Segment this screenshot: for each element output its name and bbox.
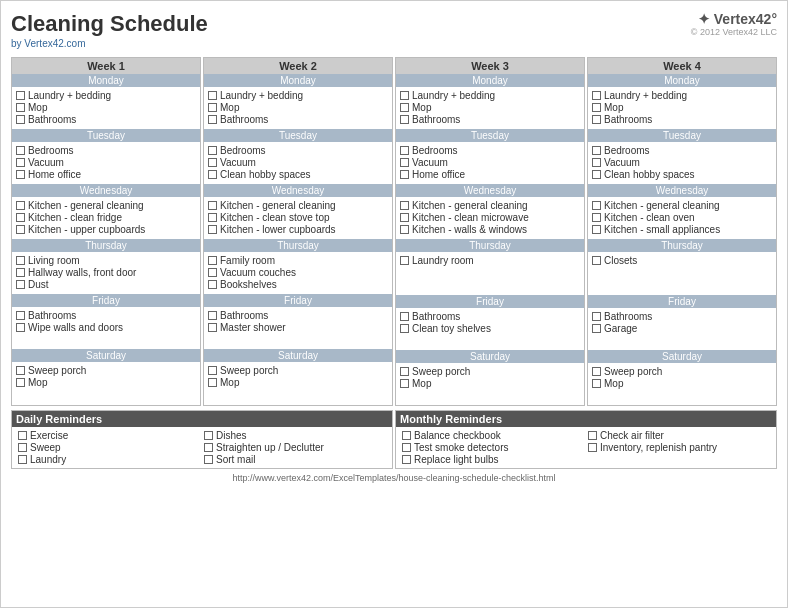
checkbox[interactable] bbox=[592, 91, 601, 100]
checkbox[interactable] bbox=[592, 256, 601, 265]
list-item: Bathrooms bbox=[208, 310, 388, 321]
checkbox[interactable] bbox=[208, 366, 217, 375]
item-label: Kitchen - clean fridge bbox=[28, 212, 122, 223]
checkbox[interactable] bbox=[208, 268, 217, 277]
item-label: Mop bbox=[220, 377, 239, 388]
checkbox[interactable] bbox=[592, 213, 601, 222]
list-item: Kitchen - general cleaning bbox=[592, 200, 772, 211]
checkbox[interactable] bbox=[18, 455, 27, 464]
week-3-day-3-section: WednesdayKitchen - general cleaningKitch… bbox=[396, 184, 584, 239]
checkbox[interactable] bbox=[592, 170, 601, 179]
checkbox[interactable] bbox=[208, 201, 217, 210]
checkbox[interactable] bbox=[592, 103, 601, 112]
item-label: Closets bbox=[604, 255, 637, 266]
checkbox[interactable] bbox=[204, 431, 213, 440]
list-item: Vacuum bbox=[400, 157, 580, 168]
checkbox[interactable] bbox=[592, 379, 601, 388]
checkbox[interactable] bbox=[18, 431, 27, 440]
checkbox[interactable] bbox=[16, 115, 25, 124]
week-3-day-6-items: Sweep porchMop bbox=[396, 363, 584, 405]
checkbox[interactable] bbox=[16, 158, 25, 167]
checkbox[interactable] bbox=[16, 366, 25, 375]
checkbox[interactable] bbox=[208, 103, 217, 112]
item-label: Straighten up / Declutter bbox=[216, 442, 324, 453]
item-label: Clean toy shelves bbox=[412, 323, 491, 334]
checkbox[interactable] bbox=[208, 280, 217, 289]
checkbox[interactable] bbox=[402, 455, 411, 464]
checkbox[interactable] bbox=[16, 103, 25, 112]
subtitle-link[interactable]: by Vertex42.com bbox=[11, 38, 85, 49]
item-label: Mop bbox=[604, 102, 623, 113]
week-3-day-3-header: Wednesday bbox=[396, 184, 584, 197]
checkbox[interactable] bbox=[592, 225, 601, 234]
checkbox[interactable] bbox=[402, 431, 411, 440]
checkbox[interactable] bbox=[16, 311, 25, 320]
checkbox[interactable] bbox=[400, 103, 409, 112]
checkbox[interactable] bbox=[592, 146, 601, 155]
checkbox[interactable] bbox=[400, 379, 409, 388]
checkbox[interactable] bbox=[592, 367, 601, 376]
checkbox[interactable] bbox=[16, 91, 25, 100]
checkbox[interactable] bbox=[400, 146, 409, 155]
checkbox[interactable] bbox=[208, 158, 217, 167]
item-label: Clean hobby spaces bbox=[604, 169, 695, 180]
list-item: Mop bbox=[592, 102, 772, 113]
checkbox[interactable] bbox=[400, 225, 409, 234]
checkbox[interactable] bbox=[592, 201, 601, 210]
checkbox[interactable] bbox=[402, 443, 411, 452]
checkbox[interactable] bbox=[400, 367, 409, 376]
checkbox[interactable] bbox=[592, 312, 601, 321]
checkbox[interactable] bbox=[16, 170, 25, 179]
checkbox[interactable] bbox=[16, 378, 25, 387]
checkbox[interactable] bbox=[208, 115, 217, 124]
item-label: Bathrooms bbox=[220, 310, 268, 321]
item-label: Laundry room bbox=[412, 255, 474, 266]
checkbox[interactable] bbox=[400, 115, 409, 124]
checkbox[interactable] bbox=[208, 213, 217, 222]
checkbox[interactable] bbox=[16, 268, 25, 277]
checkbox[interactable] bbox=[16, 146, 25, 155]
checkbox[interactable] bbox=[400, 256, 409, 265]
checkbox[interactable] bbox=[400, 213, 409, 222]
list-item: Bathrooms bbox=[592, 311, 772, 322]
checkbox[interactable] bbox=[208, 146, 217, 155]
checkbox[interactable] bbox=[18, 443, 27, 452]
item-label: Home office bbox=[28, 169, 81, 180]
list-item: Laundry room bbox=[400, 255, 580, 266]
checkbox[interactable] bbox=[16, 213, 25, 222]
checkbox[interactable] bbox=[16, 256, 25, 265]
checkbox[interactable] bbox=[204, 455, 213, 464]
checkbox[interactable] bbox=[592, 158, 601, 167]
checkbox[interactable] bbox=[208, 225, 217, 234]
checkbox[interactable] bbox=[208, 256, 217, 265]
checkbox[interactable] bbox=[208, 91, 217, 100]
item-label: Mop bbox=[28, 377, 47, 388]
checkbox[interactable] bbox=[16, 201, 25, 210]
checkbox[interactable] bbox=[588, 431, 597, 440]
checkbox[interactable] bbox=[208, 323, 217, 332]
checkbox[interactable] bbox=[16, 323, 25, 332]
checkbox[interactable] bbox=[16, 225, 25, 234]
checkbox[interactable] bbox=[208, 170, 217, 179]
week-3-day-6-section: SaturdaySweep porchMop bbox=[396, 350, 584, 405]
checkbox[interactable] bbox=[592, 115, 601, 124]
checkbox[interactable] bbox=[400, 91, 409, 100]
week-4-header: Week 4 bbox=[588, 58, 776, 74]
checkbox[interactable] bbox=[400, 324, 409, 333]
checkbox[interactable] bbox=[204, 443, 213, 452]
list-item: Laundry + bedding bbox=[16, 90, 196, 101]
checkbox[interactable] bbox=[400, 312, 409, 321]
checkbox[interactable] bbox=[400, 158, 409, 167]
checkbox[interactable] bbox=[588, 443, 597, 452]
week-2-day-6-items: Sweep porchMop bbox=[204, 362, 392, 404]
list-item: Wipe walls and doors bbox=[16, 322, 196, 333]
checkbox[interactable] bbox=[16, 280, 25, 289]
checkbox[interactable] bbox=[208, 311, 217, 320]
checkbox[interactable] bbox=[400, 201, 409, 210]
checkbox[interactable] bbox=[400, 170, 409, 179]
week-3-day-2-header: Tuesday bbox=[396, 129, 584, 142]
item-label: Vacuum bbox=[220, 157, 256, 168]
checkbox[interactable] bbox=[208, 378, 217, 387]
checkbox[interactable] bbox=[592, 324, 601, 333]
item-label: Dust bbox=[28, 279, 49, 290]
